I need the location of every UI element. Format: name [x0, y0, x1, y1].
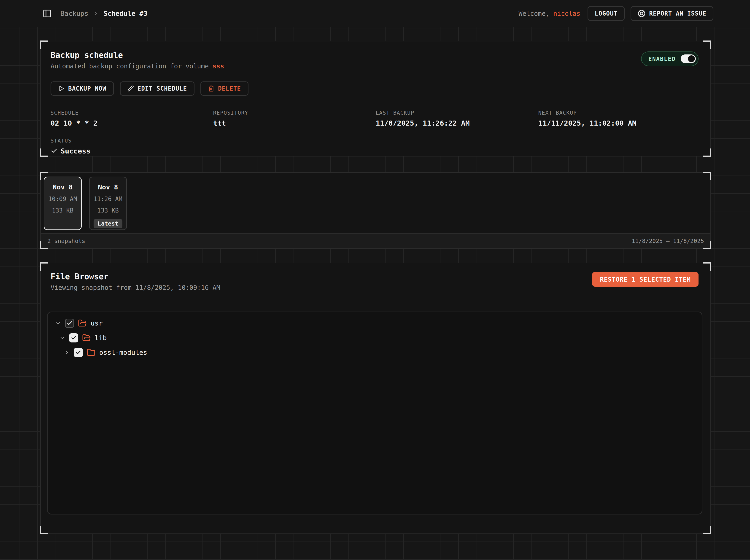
- corner-bracket: [40, 172, 48, 180]
- corner-bracket: [40, 40, 48, 49]
- chevron-right-icon[interactable]: [64, 349, 70, 356]
- snapshot-card-selected[interactable]: Nov 8 10:09 AM 133 KB: [44, 177, 82, 230]
- sidebar-toggle-button[interactable]: [43, 9, 52, 18]
- corner-bracket: [40, 526, 48, 534]
- corner-bracket: [703, 241, 711, 249]
- chevron-right-icon: [93, 11, 99, 17]
- report-issue-button[interactable]: REPORT AN ISSUE: [631, 6, 713, 21]
- tree-row-lib[interactable]: lib: [48, 331, 702, 345]
- field-schedule: SCHEDULE 02 10 * * 2: [51, 110, 213, 127]
- file-tree: usr lib ossl-modules: [47, 312, 703, 515]
- checkbox-usr[interactable]: [65, 319, 74, 328]
- snapshots-footer: 2 snapshots 11/8/2025 – 11/8/2025: [41, 233, 710, 248]
- play-icon: [58, 85, 64, 92]
- edit-schedule-button[interactable]: EDIT SCHEDULE: [120, 81, 195, 96]
- file-browser-title: File Browser: [51, 272, 220, 281]
- folder-open-icon: [82, 334, 91, 342]
- snapshots-timeline-card: Nov 8 10:09 AM 133 KB Nov 8 11:26 AM 133…: [40, 172, 711, 249]
- corner-bracket: [703, 262, 711, 271]
- username: nicolas: [553, 10, 580, 17]
- check-icon: [51, 147, 57, 155]
- welcome-text: Welcome, nicolas: [519, 10, 580, 17]
- corner-bracket: [703, 172, 711, 180]
- corner-bracket: [703, 40, 711, 49]
- snapshot-card-latest[interactable]: Nov 8 11:26 AM 133 KB Latest: [89, 177, 127, 230]
- folder-icon: [87, 348, 95, 357]
- toggle-knob: [688, 55, 695, 62]
- chevron-down-icon[interactable]: [55, 320, 61, 326]
- breadcrumb-backups[interactable]: Backups: [60, 9, 88, 17]
- checkbox-lib[interactable]: [69, 333, 78, 342]
- panel-left-icon: [43, 9, 52, 18]
- file-browser-subtitle: Viewing snapshot from 11/8/2025, 10:09:1…: [51, 284, 220, 292]
- corner-bracket: [40, 241, 48, 249]
- corner-bracket: [703, 148, 711, 157]
- file-browser-card: File Browser Viewing snapshot from 11/8/…: [40, 263, 711, 534]
- field-next-backup: NEXT BACKUP 11/11/2025, 11:02:00 AM: [538, 110, 701, 127]
- logout-button[interactable]: LOGOUT: [588, 6, 625, 21]
- corner-bracket: [40, 262, 48, 271]
- top-bar: Backups Schedule #3 Welcome, nicolas LOG…: [0, 0, 750, 27]
- field-last-backup: LAST BACKUP 11/8/2025, 11:26:22 AM: [376, 110, 538, 127]
- life-buoy-icon: [638, 9, 646, 17]
- latest-badge: Latest: [94, 219, 122, 228]
- enabled-toggle[interactable]: ENABLED: [641, 52, 698, 66]
- backup-schedule-card: ENABLED Backup schedule Automated backup…: [40, 41, 711, 157]
- enabled-label: ENABLED: [648, 56, 676, 62]
- delete-button[interactable]: DELETE: [200, 81, 249, 96]
- corner-bracket: [703, 526, 711, 534]
- chevron-down-icon[interactable]: [59, 335, 65, 341]
- folder-open-icon: [78, 319, 87, 327]
- status-badge: Success: [61, 147, 91, 155]
- card-title: Backup schedule: [51, 51, 701, 60]
- trash-icon: [208, 85, 214, 92]
- toggle-switch[interactable]: [681, 55, 696, 63]
- backup-now-button[interactable]: BACKUP NOW: [51, 81, 114, 96]
- tree-row-usr[interactable]: usr: [48, 316, 702, 331]
- restore-selected-button[interactable]: RESTORE 1 SELECTED ITEM: [592, 272, 698, 287]
- volume-name: sss: [213, 62, 224, 70]
- field-repository: REPOSITORY ttt: [213, 110, 376, 127]
- corner-bracket: [40, 148, 48, 157]
- checkbox-ossl-modules[interactable]: [74, 348, 83, 357]
- card-subtitle: Automated backup configuration for volum…: [51, 62, 701, 70]
- pencil-icon: [127, 85, 134, 92]
- snapshot-date-range: 11/8/2025 – 11/8/2025: [632, 238, 704, 244]
- breadcrumb-current: Schedule #3: [103, 9, 147, 17]
- tree-row-ossl-modules[interactable]: ossl-modules: [48, 345, 702, 360]
- field-status: STATUS Success: [51, 138, 701, 155]
- snapshot-count: 2 snapshots: [47, 238, 85, 244]
- breadcrumb: Backups Schedule #3: [60, 9, 147, 17]
